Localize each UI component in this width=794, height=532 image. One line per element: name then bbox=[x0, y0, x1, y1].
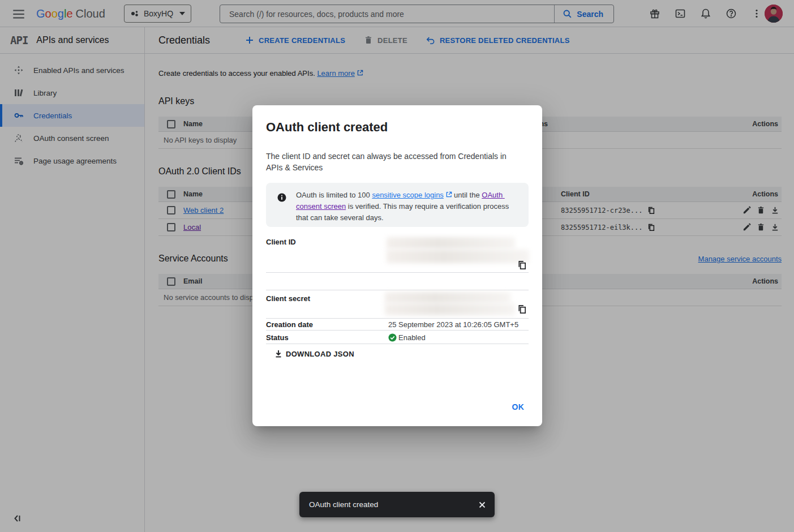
download-json-button[interactable]: DOWNLOAD JSON bbox=[274, 349, 354, 358]
client-secret-redacted-value bbox=[385, 292, 510, 303]
download-json-label: DOWNLOAD JSON bbox=[286, 350, 354, 358]
download-icon bbox=[274, 349, 283, 358]
client-id-redacted-value bbox=[387, 250, 529, 263]
creation-date-row: Creation date 25 September 2023 at 10:26… bbox=[266, 319, 529, 331]
dialog-title: OAuth client created bbox=[266, 120, 388, 135]
ok-button[interactable]: OK bbox=[508, 400, 529, 414]
spacer-row bbox=[266, 273, 529, 290]
external-link-icon bbox=[446, 191, 452, 198]
copy-client-id-icon[interactable] bbox=[517, 260, 527, 270]
google-cloud-console: Google Cloud BoxyHQ Search bbox=[0, 0, 794, 532]
info-icon bbox=[277, 193, 286, 202]
client-id-label: Client ID bbox=[266, 238, 296, 246]
dialog-description: The client ID and secret can always be a… bbox=[266, 151, 521, 173]
status-row: Status Enabled bbox=[266, 331, 529, 344]
client-id-redacted-value bbox=[387, 237, 515, 249]
toast: OAuth client created bbox=[299, 492, 495, 517]
info-text-segment: until the bbox=[452, 191, 482, 199]
creation-date-label: Creation date bbox=[266, 320, 313, 329]
close-icon[interactable] bbox=[478, 500, 487, 509]
copy-client-secret-icon[interactable] bbox=[517, 304, 527, 314]
toast-message: OAuth client created bbox=[309, 500, 478, 509]
dialog-info-banner: OAuth is limited to 100 sensitive scope … bbox=[266, 183, 529, 227]
sensitive-scope-logins-link[interactable]: sensitive scope logins bbox=[372, 191, 443, 199]
client-secret-label: Client secret bbox=[266, 294, 310, 303]
status-label: Status bbox=[266, 333, 289, 342]
oauth-client-created-dialog: OAuth client created The client ID and s… bbox=[252, 105, 542, 426]
status-value: Enabled bbox=[398, 333, 426, 342]
dialog-info-text: OAuth is limited to 100 sensitive scope … bbox=[296, 190, 521, 227]
client-secret-redacted-value bbox=[385, 303, 515, 315]
check-circle-icon bbox=[388, 333, 397, 342]
info-text-segment: OAuth is limited to 100 bbox=[296, 191, 372, 199]
creation-date-value: 25 September 2023 at 10:26:05 GMT+5 bbox=[388, 320, 518, 329]
